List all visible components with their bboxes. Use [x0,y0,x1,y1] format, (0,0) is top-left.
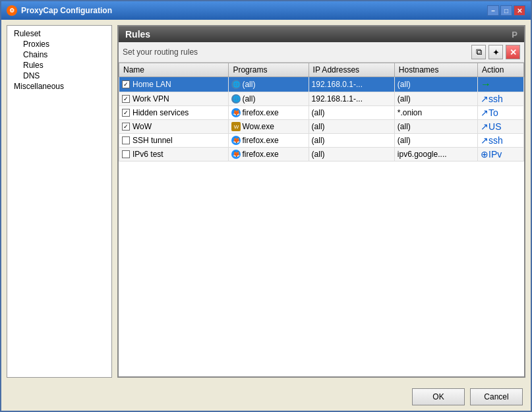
rule-ip: (all) [309,106,394,120]
settings-button[interactable]: ✦ [488,45,503,59]
rule-ip: (all) [309,148,394,162]
rule-ip: (all) [309,134,394,148]
rule-programs: 🌐(all) [229,92,309,106]
rule-action: ↗US [478,120,524,134]
rule-checkbox[interactable] [122,95,130,103]
minimize-button[interactable]: – [487,5,499,16]
action-icon: ↗US [481,121,501,132]
table-row[interactable]: SSH tunnel🦊firefox.exe(all)(all)↗ssh [119,134,524,148]
rule-action: ↗To [478,106,524,120]
rule-hostnames: ipv6.google.... [394,148,477,162]
col-action: Action [478,63,524,77]
rule-programs: 🦊firefox.exe [229,106,309,120]
rule-checkbox[interactable] [122,109,130,117]
table-row[interactable]: Hidden services🦊firefox.exe(all)*.onion↗… [119,106,524,120]
rule-ip: 192.168.1.1-... [309,92,394,106]
rule-name: Hidden services [133,108,189,117]
col-ip: IP Addresses [309,63,394,77]
rule-ip: (all) [309,120,394,134]
main-window: ⚙ ProxyCap Configuration – □ ✕ Ruleset P… [0,0,532,412]
panel-subtitle: P [512,30,517,40]
panel-title: Rules [125,29,150,40]
rule-hostnames: (all) [394,77,477,92]
col-name: Name [119,63,229,77]
table-row[interactable]: IPv6 test🦊firefox.exe(all)ipv6.google...… [119,148,524,162]
col-hostnames: Hostnames [394,63,477,77]
close-button[interactable]: ✕ [514,5,525,16]
table-row[interactable]: WoWWWow.exe(all)(all)↗US [119,120,524,134]
rule-name: IPv6 test [133,150,163,159]
action-icon: ↗ssh [481,135,503,146]
titlebar-buttons: – □ ✕ [487,5,525,16]
sidebar-item-miscellaneous[interactable]: Miscellaneous [13,81,109,92]
rules-table: Name Programs IP Addresses Hostnames Act… [119,63,524,162]
sidebar-item-rules[interactable]: Rules [22,60,109,71]
rule-checkbox[interactable] [122,136,130,144]
action-icon: ⊕IPv [481,149,502,160]
toolbar-text: Set your routing rules [123,47,469,57]
main-content: Ruleset Proxies Chains Rules DNS [1,20,531,383]
rule-action: ⊕IPv [478,148,524,162]
rule-checkbox[interactable] [122,123,130,131]
maximize-button[interactable]: □ [500,5,512,16]
network-icon: 🌐 [231,80,241,89]
rule-programs: WWow.exe [229,120,309,134]
rule-checkbox[interactable] [122,80,130,88]
tree-group-ruleset: Ruleset Proxies Chains Rules DNS [13,28,109,81]
rule-programs: 🌐(all) [229,77,309,92]
ok-button[interactable]: OK [412,388,465,405]
firefox-icon: 🦊 [231,108,241,117]
rule-action: ↗ssh [478,92,524,106]
rules-tbody: Home LAN🌐(all)192.168.0.1-...(all)→Work … [119,77,524,162]
app-icon: ⚙ [7,5,17,16]
sidebar-item-proxies[interactable]: Proxies [22,39,109,49]
firefox-icon: 🦊 [231,150,241,159]
table-row[interactable]: Work VPN🌐(all)192.168.1.1-...(all)↗ssh [119,92,524,106]
rule-name: SSH tunnel [133,136,173,145]
rule-checkbox[interactable] [122,150,130,158]
table-row[interactable]: Home LAN🌐(all)192.168.0.1-...(all)→ [119,77,524,92]
rule-name: Home LAN [133,80,171,89]
rule-hostnames: *.onion [394,106,477,120]
rule-hostnames: (all) [394,92,477,106]
firefox-icon: 🦊 [231,136,241,145]
sidebar-item-ruleset[interactable]: Ruleset [13,28,109,39]
rule-name: Work VPN [133,94,169,103]
remove-button[interactable]: ✕ [506,45,520,59]
rule-programs: 🦊firefox.exe [229,134,309,148]
titlebar: ⚙ ProxyCap Configuration – □ ✕ [1,1,531,20]
rule-hostnames: (all) [394,120,477,134]
action-icon: ↗To [481,107,498,118]
network-icon: 🌐 [231,94,241,103]
sidebar-item-chains[interactable]: Chains [22,49,109,60]
left-panel: Ruleset Proxies Chains Rules DNS [7,25,112,378]
toolbar: Set your routing rules ⧉ ✦ ✕ [119,42,524,63]
table-header-row: Name Programs IP Addresses Hostnames Act… [119,63,524,77]
rule-name: WoW [133,122,152,131]
bottom-bar: OK Cancel [1,383,531,411]
sidebar-item-dns[interactable]: DNS [22,71,109,81]
panel-header: Rules P [119,26,524,42]
tree-group-miscellaneous: Miscellaneous [13,81,109,92]
rules-table-container: Name Programs IP Addresses Hostnames Act… [119,63,524,376]
rule-programs: 🦊firefox.exe [229,148,309,162]
rule-action: → [478,77,524,92]
rule-ip: 192.168.0.1-... [309,77,394,92]
action-icon: ↗ssh [481,94,503,104]
copy-button[interactable]: ⧉ [471,45,486,59]
window-title: ProxyCap Configuration [21,6,487,15]
cancel-button[interactable]: Cancel [470,388,523,405]
rule-hostnames: (all) [394,134,477,148]
rule-action: ↗ssh [478,134,524,148]
wow-icon: W [231,122,241,131]
col-programs: Programs [229,63,309,77]
right-panel: Rules P Set your routing rules ⧉ ✦ ✕ [117,25,525,378]
action-icon: → [481,78,491,90]
